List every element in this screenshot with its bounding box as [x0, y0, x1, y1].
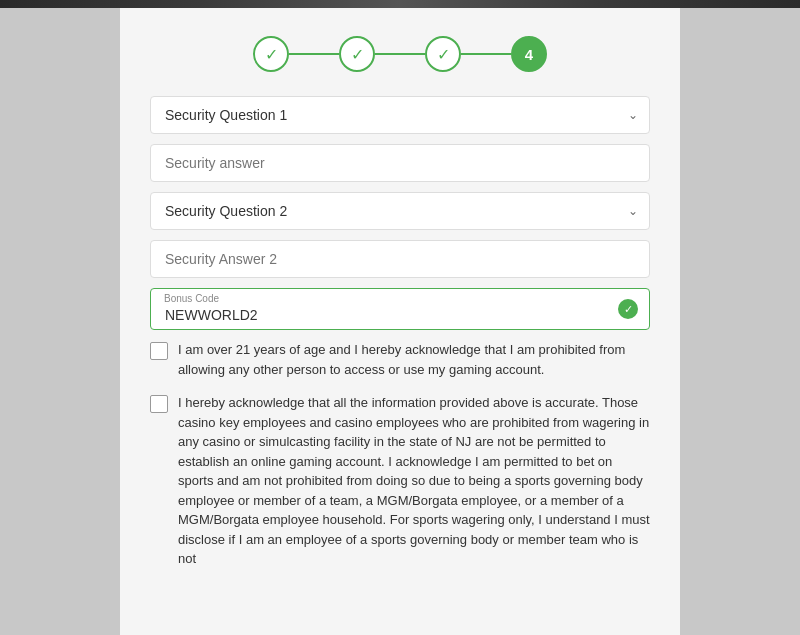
- step-3-check: ✓: [437, 45, 450, 64]
- security-answer-1-input[interactable]: [150, 144, 650, 182]
- step-2-check: ✓: [351, 45, 364, 64]
- top-bar: [0, 0, 800, 8]
- step-2: ✓: [339, 36, 375, 72]
- step-line-2: [375, 53, 425, 55]
- security-question-1-select[interactable]: Security Question 1: [150, 96, 650, 134]
- steps-container: ✓ ✓ ✓ 4: [150, 36, 650, 72]
- checkbox-1-text: I am over 21 years of age and I hereby a…: [178, 340, 650, 379]
- checkbox-2-group: I hereby acknowledge that all the inform…: [150, 393, 650, 569]
- step-1: ✓: [253, 36, 289, 72]
- security-question-2-wrapper: Security Question 2 ⌄: [150, 192, 650, 230]
- step-4: 4: [511, 36, 547, 72]
- bonus-code-input[interactable]: [150, 288, 650, 330]
- step-1-check: ✓: [265, 45, 278, 64]
- checkbox-2-text: I hereby acknowledge that all the inform…: [178, 393, 650, 569]
- security-question-1-group: Security Question 1 ⌄: [150, 96, 650, 134]
- bonus-code-check-icon: ✓: [618, 299, 638, 319]
- step-line-1: [289, 53, 339, 55]
- security-question-1-wrapper: Security Question 1 ⌄: [150, 96, 650, 134]
- step-3: ✓: [425, 36, 461, 72]
- checkbox-1-group: I am over 21 years of age and I hereby a…: [150, 340, 650, 379]
- step-4-label: 4: [525, 46, 533, 63]
- bonus-code-group: Bonus Code ✓: [150, 288, 650, 330]
- security-answer-2-group: [150, 240, 650, 278]
- security-question-2-select[interactable]: Security Question 2: [150, 192, 650, 230]
- checkbox-1[interactable]: [150, 342, 168, 360]
- step-line-3: [461, 53, 511, 55]
- security-question-2-group: Security Question 2 ⌄: [150, 192, 650, 230]
- security-answer-2-input[interactable]: [150, 240, 650, 278]
- checkbox-2[interactable]: [150, 395, 168, 413]
- security-answer-1-group: [150, 144, 650, 182]
- main-content: ✓ ✓ ✓ 4 Security Question 1 ⌄ Security: [120, 8, 680, 635]
- bonus-code-wrapper: Bonus Code ✓: [150, 288, 650, 330]
- bonus-code-label: Bonus Code: [164, 293, 219, 304]
